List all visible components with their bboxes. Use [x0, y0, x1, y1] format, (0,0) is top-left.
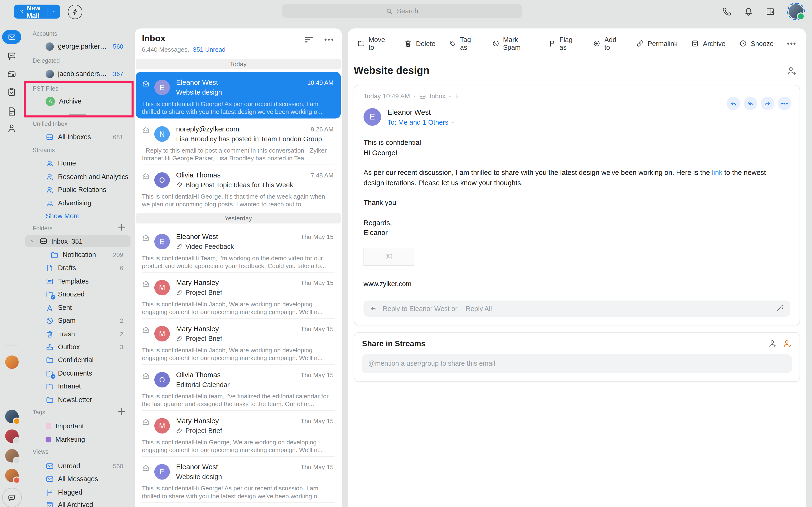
view-item-flagged[interactable]: Flagged [46, 487, 130, 498]
show-more-link[interactable]: Show More [46, 211, 130, 221]
sidebar-item-inbox-selected[interactable]: Inbox 351 [25, 235, 131, 247]
all-inboxes-item[interactable]: All Inboxes 681 [46, 131, 130, 142]
contact-avatar[interactable] [5, 469, 18, 482]
email-list-item-selected[interactable]: E Eleanor West 10:49 AM Website design T… [136, 72, 341, 118]
design-link[interactable]: link [712, 169, 722, 176]
tag-as-button[interactable]: Tag as [449, 36, 478, 51]
unread-count-link[interactable]: 351 Unread [193, 46, 225, 53]
delegated-account-item[interactable]: jacob.sanders@zylker... 367 [46, 68, 130, 79]
mark-spam-button[interactable]: Mark Spam [492, 36, 535, 51]
notes-module-icon[interactable] [7, 107, 17, 116]
tasks-module-icon[interactable] [7, 87, 17, 97]
snooze-button[interactable]: Snooze [739, 40, 774, 48]
smart-compose-wand-icon[interactable] [776, 304, 784, 313]
sidebar-item-notification[interactable]: Notification 209 [50, 249, 130, 260]
sidebar-item-sent[interactable]: Sent [46, 302, 130, 313]
mention-input[interactable]: @mention a user/group to share this emai… [362, 354, 792, 373]
plus-circle-icon [593, 40, 601, 48]
add-folder-button[interactable] [118, 223, 125, 231]
sidebar-item-newsletter[interactable]: NewsLetter [46, 394, 130, 405]
email-list-item[interactable]: O Olivia Thomas [136, 502, 341, 507]
reply-all-button[interactable] [744, 97, 757, 110]
support-chat-button[interactable] [2, 488, 21, 507]
quick-actions-button[interactable] [68, 5, 83, 19]
search-input[interactable]: Search [282, 4, 522, 18]
move-to-button[interactable]: Move to [357, 36, 391, 51]
email-subject: Blog Post Topic Ideas for This Week [185, 181, 293, 189]
sidebar-item-trash[interactable]: Trash 2 [46, 329, 130, 339]
email-list-item[interactable]: O Olivia Thomas Thu May 15 Editorial Cal… [136, 364, 341, 410]
recipients-toggle[interactable]: To: Me and 1 Others [388, 119, 456, 126]
reply-all-placeholder: Reply All [466, 305, 492, 313]
tag-item-important[interactable]: Important [46, 420, 130, 432]
email-list-item[interactable]: E Eleanor West Thu May 15 Website design… [136, 456, 341, 502]
stream-item-public-relations[interactable]: Public Relations [46, 184, 130, 195]
stream-item-home[interactable]: Home [46, 158, 130, 169]
email-sender: Mary Hansley [176, 279, 219, 287]
flag-icon[interactable] [454, 93, 462, 100]
sender-settings-icon[interactable] [786, 65, 797, 76]
folders-section-label: Folders [33, 225, 53, 231]
sidebar-item-spam[interactable]: Spam 2 [46, 315, 130, 326]
sidebar-item-snoozed[interactable]: ✓ Snoozed [46, 289, 130, 299]
contact-avatar[interactable] [5, 355, 18, 369]
list-more-options[interactable]: ••• [324, 36, 335, 44]
add-tag-button[interactable] [118, 408, 125, 415]
reply-button[interactable] [726, 97, 740, 110]
stream-group-icon [46, 159, 54, 167]
view-item-all-messages[interactable]: All Messages [46, 473, 130, 484]
delete-button[interactable]: Delete [404, 40, 436, 48]
contact-avatar[interactable] [5, 449, 18, 462]
chat-module-icon[interactable] [7, 51, 17, 61]
notifications-bell-icon[interactable] [744, 7, 754, 16]
tag-item-marketing[interactable]: Marketing [46, 434, 130, 445]
sidebar-item-outbox[interactable]: Outbox 3 [46, 341, 130, 352]
mail-module-active[interactable] [2, 30, 21, 44]
new-mail-button[interactable]: New Mail [14, 5, 60, 19]
invite-user-icon[interactable] [768, 339, 777, 348]
email-toolbar: Move to Delete Tag as Mark Spam Flag as … [348, 29, 806, 57]
archive-button[interactable]: Archive [691, 40, 725, 48]
sidebar-item-drafts[interactable]: Drafts 6 [46, 262, 130, 273]
email-list-item[interactable]: M Mary Hansley Thu May 15 Project Brief … [136, 410, 341, 456]
sender-avatar: M [154, 418, 170, 434]
view-item-unread[interactable]: Unread 560 [46, 460, 130, 471]
assigned-user-icon[interactable] [782, 339, 792, 348]
filter-icon[interactable] [305, 37, 313, 42]
account-item[interactable]: george.parker@zylke... 560 [46, 41, 130, 52]
signature-website: www.zylker.com [363, 279, 783, 289]
flag-as-button[interactable]: Flag as [548, 36, 579, 51]
stream-item-advertising[interactable]: Advertising [46, 198, 130, 209]
new-mail-dropdown[interactable] [48, 9, 60, 14]
add-to-button[interactable]: Add to [593, 36, 622, 51]
sidebar-item-documents[interactable]: • Documents [46, 368, 130, 379]
permalink-button[interactable]: Permalink [636, 40, 677, 48]
count: 6 [120, 264, 130, 271]
contacts-card-module-icon[interactable] [7, 69, 17, 79]
sidebar-item-intranet[interactable]: Intranet [46, 381, 130, 392]
message-more-options[interactable]: ••• [778, 97, 791, 110]
sender-avatar: E [154, 79, 170, 95]
email-list-item[interactable]: M Mary Hansley Thu May 15 Project Brief … [136, 318, 341, 364]
phone-icon[interactable] [722, 7, 732, 16]
view-item-all-archived[interactable]: All Archived [46, 499, 130, 507]
stream-item-research[interactable]: Research and Analytics [46, 171, 130, 182]
email-list-item[interactable]: M Mary Hansley Thu May 15 Project Brief … [136, 272, 341, 318]
forward-button[interactable] [761, 97, 774, 110]
sidebar-item-templates[interactable]: Templates [46, 276, 130, 287]
email-time: 10:49 AM [307, 79, 334, 87]
folder-icon [357, 40, 365, 48]
email-list-item[interactable]: N noreply@zylker.com 9:26 AM Lisa Broodl… [136, 119, 341, 165]
toolbar-more-options[interactable]: ••• [787, 40, 797, 47]
user-avatar[interactable] [787, 3, 805, 20]
reading-pane-layout-icon[interactable] [765, 7, 775, 16]
email-list-item[interactable]: O Olivia Thomas 7:48 AM Blog Post Topic … [136, 165, 341, 211]
email-list-item[interactable]: E Eleanor West Thu May 15 Video Feedback… [136, 226, 341, 272]
contacts-module-icon[interactable] [7, 123, 17, 133]
attachment-icon [176, 182, 183, 188]
quick-reply-input[interactable]: Reply to Eleanor West or Reply All [363, 300, 790, 317]
contact-avatar[interactable] [5, 429, 18, 443]
chevron-down-icon [30, 238, 36, 244]
contact-avatar[interactable] [5, 410, 18, 423]
sidebar-item-confidential[interactable]: Confidential [46, 354, 130, 365]
